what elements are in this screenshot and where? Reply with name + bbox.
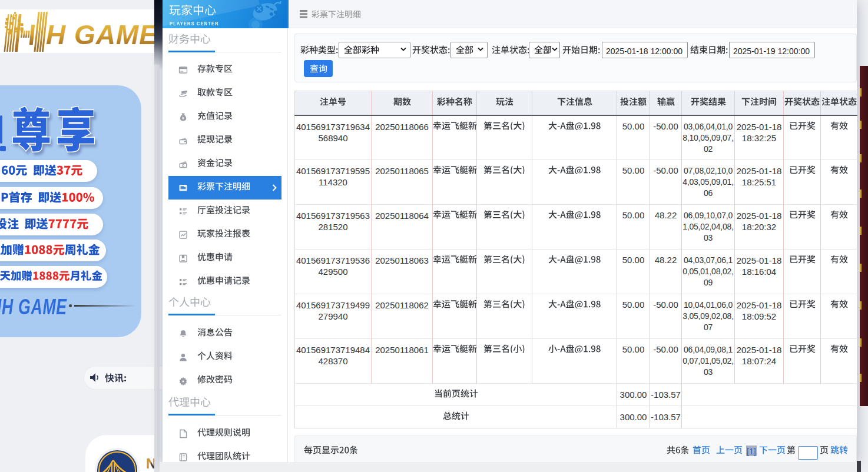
svg-text:H GAME: H GAME bbox=[46, 19, 158, 50]
